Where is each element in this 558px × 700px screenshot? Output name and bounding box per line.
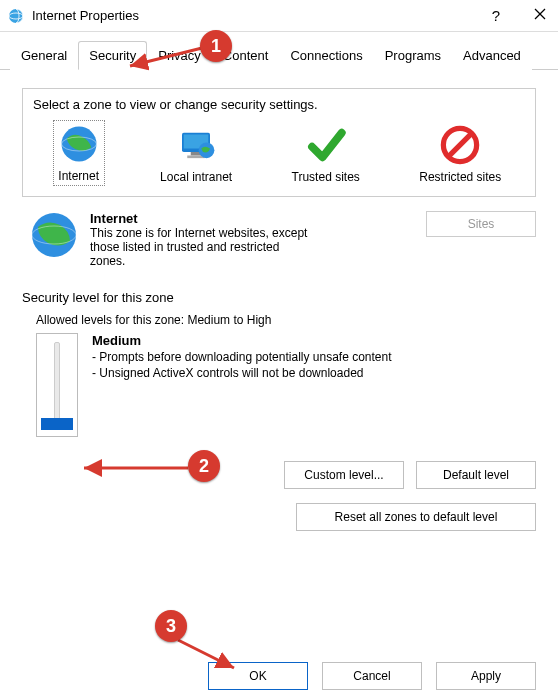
zone-prompt: Select a zone to view or change security… xyxy=(25,91,533,114)
close-button[interactable] xyxy=(530,7,550,24)
slider-thumb[interactable] xyxy=(41,418,73,430)
zone-detail-desc: This zone is for Internet websites, exce… xyxy=(90,226,310,268)
zone-label: Local intranet xyxy=(160,170,232,184)
level-bullet-2: - Unsigned ActiveX controls will not be … xyxy=(92,366,392,380)
zone-local-intranet[interactable]: Local intranet xyxy=(156,122,236,186)
tab-programs[interactable]: Programs xyxy=(374,41,452,70)
tab-general[interactable]: General xyxy=(10,41,78,70)
globe-icon xyxy=(58,123,100,165)
security-level-heading: Security level for this zone xyxy=(22,290,536,305)
tab-security[interactable]: Security xyxy=(78,41,147,70)
zone-restricted-sites[interactable]: Restricted sites xyxy=(415,122,505,186)
checkmark-icon xyxy=(305,124,347,166)
default-level-button[interactable]: Default level xyxy=(416,461,536,489)
reset-all-zones-button[interactable]: Reset all zones to default level xyxy=(296,503,536,531)
zone-internet[interactable]: Internet xyxy=(53,120,105,186)
no-entry-icon xyxy=(439,124,481,166)
close-icon xyxy=(533,7,547,21)
tab-advanced[interactable]: Advanced xyxy=(452,41,532,70)
slider-track xyxy=(54,342,60,428)
allowed-levels-text: Allowed levels for this zone: Medium to … xyxy=(36,313,536,327)
annotation-badge-1: 1 xyxy=(200,30,232,62)
globe-large-icon xyxy=(30,211,78,259)
zone-label: Internet xyxy=(58,169,99,183)
zone-description: Internet This zone is for Internet websi… xyxy=(90,211,414,268)
level-name: Medium xyxy=(92,333,392,348)
help-button[interactable]: ? xyxy=(486,7,506,24)
tab-connections[interactable]: Connections xyxy=(279,41,373,70)
level-bullet-1: - Prompts before downloading potentially… xyxy=(92,350,392,364)
sites-button[interactable]: Sites xyxy=(426,211,536,237)
zone-selector: Select a zone to view or change security… xyxy=(22,88,536,197)
title-bar: Internet Properties ? xyxy=(0,0,558,32)
zone-detail-title: Internet xyxy=(90,211,404,226)
annotation-badge-3: 3 xyxy=(155,610,187,642)
zone-label: Trusted sites xyxy=(292,170,360,184)
internet-options-icon xyxy=(8,8,24,24)
zone-trusted-sites[interactable]: Trusted sites xyxy=(288,122,364,186)
security-slider[interactable] xyxy=(36,333,78,437)
window-title: Internet Properties xyxy=(32,8,486,23)
custom-level-button[interactable]: Custom level... xyxy=(284,461,404,489)
cancel-button[interactable]: Cancel xyxy=(322,662,422,690)
annotation-badge-2: 2 xyxy=(188,450,220,482)
zone-label: Restricted sites xyxy=(419,170,501,184)
ok-button[interactable]: OK xyxy=(208,662,308,690)
tab-strip: General Security Privacy Content Connect… xyxy=(0,32,558,70)
dialog-buttons: OK Cancel Apply xyxy=(0,662,558,690)
monitor-globe-icon xyxy=(175,124,217,166)
svg-line-12 xyxy=(449,134,472,157)
level-description: Medium - Prompts before downloading pote… xyxy=(92,333,392,437)
apply-button[interactable]: Apply xyxy=(436,662,536,690)
